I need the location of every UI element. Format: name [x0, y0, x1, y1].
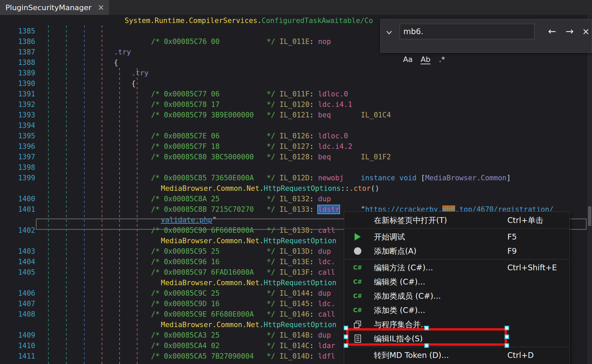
code-token: IL_01F2: [361, 153, 391, 161]
code-token: /* 0x00085C96 16 */: [151, 258, 279, 266]
code-line[interactable]: 1388{: [0, 58, 592, 68]
code-text: /* 0x00085C9D 16 */ IL_0145: ldc.: [151, 299, 335, 309]
regex-toggle[interactable]: .*: [439, 55, 445, 64]
search-options-chevron-icon[interactable]: [385, 29, 393, 36]
find-next-button[interactable]: →: [564, 25, 576, 38]
tab-close-icon[interactable]: ×: [93, 3, 109, 12]
menu-item-add-class-member[interactable]: C#添加类成员 (C#)...: [344, 289, 569, 303]
code-text: MediaBrowser.Common.Net.HttpRequestOptio…: [161, 236, 336, 246]
menu-icon-placeholder: [350, 350, 365, 361]
code-token: ConfiguredTaskAwaitable/Co: [262, 17, 373, 25]
code-line[interactable]: 1393/* 0x00085C79 3B9E000000 */ IL_0121:…: [0, 110, 592, 120]
code-token: IL_0144: [279, 289, 310, 297]
code-token: IL_014C: [279, 342, 310, 350]
line-number: 1392: [0, 99, 35, 110]
code-token: HttpRequestOptions: [263, 184, 341, 192]
tab-pluginsecuritymanager[interactable]: PluginSecurityManager ×: [0, 0, 109, 15]
code-token: System.Runtime.CompilerServices.: [125, 17, 262, 25]
menu-item-add-breakpoint[interactable]: 添加断点(A)F9: [344, 244, 569, 258]
line-number: 1398: [0, 162, 35, 173]
code-token: HttpRequestOption: [263, 321, 336, 329]
menu-item-open-in-new-tab[interactable]: 在新标签页中打开(T)Ctrl+单击: [344, 213, 569, 227]
search-input[interactable]: [400, 24, 534, 39]
tab-title: PluginSecurityManager: [0, 3, 91, 12]
menu-item-edit-class[interactable]: C#编辑类 (C#)...: [344, 275, 569, 289]
code-token: IL_0132: [279, 195, 310, 203]
code-token: (): [371, 184, 379, 192]
scrollbar-thumb[interactable]: [588, 206, 591, 226]
code-text: /* 0x00085C97 6FAD16000A */ IL_013F: cal…: [151, 267, 335, 278]
code-token: /* 0x00085C85 73650E000A */: [151, 174, 279, 182]
code-token: IL_0145: [279, 300, 310, 308]
code-token: ::: [341, 184, 349, 192]
code-line[interactable]: 1392/* 0x00085C78 17 */ IL_0120: ldc.i4.…: [0, 99, 592, 110]
code-text: System.Runtime.CompilerServices.Configur…: [125, 16, 373, 26]
code-token: :: [310, 111, 318, 119]
search-close-button[interactable]: ×: [580, 25, 592, 38]
code-line[interactable]: 1398: [0, 162, 592, 173]
code-line[interactable]: 1391/* 0x00085C77 06 */ IL_011F: ldloc.0: [0, 89, 592, 99]
menu-item-add-class[interactable]: C#添加类 (C#)...: [344, 303, 569, 317]
code-text: /* 0x00085CA3 25 */ IL_014B: dup: [151, 330, 331, 341]
menu-item-shortcut: F9: [507, 247, 517, 255]
code-line[interactable]: 1394: [0, 120, 592, 131]
code-line[interactable]: 1395/* 0x00085C7E 06 */ IL_0126: ldloc.0: [0, 131, 592, 141]
search-panel: ← → × Aa Ab .*: [380, 19, 592, 53]
app-window: PluginSecurityManager × System.Runtime.C…: [0, 0, 592, 364]
code-text: /* 0x00085C85 73650E000A */ IL_012D: new…: [151, 173, 511, 183]
code-line[interactable]: 1396/* 0x00085C7F 18 */ IL_0127: ldc.i4.…: [0, 141, 592, 152]
code-token: :: [310, 153, 318, 161]
find-previous-button[interactable]: ←: [546, 25, 558, 38]
whole-word-toggle[interactable]: Ab: [421, 55, 430, 64]
annotation-handle: [344, 343, 348, 348]
menu-item-start-debugging[interactable]: 开始调试F5: [344, 230, 569, 244]
code-token: IL_013E: [279, 258, 310, 266]
menu-item-edit-method[interactable]: C#编辑方法 (C#)...Ctrl+Shift+E: [344, 260, 569, 275]
code-text: MediaBrowser.Common.Net.HttpRequestOptio…: [161, 183, 379, 194]
annotation-handle: [505, 343, 509, 348]
code-token: :: [310, 300, 318, 308]
code-token: :: [310, 142, 318, 151]
line-number: 1408: [0, 309, 35, 320]
code-token: IL_0127: [279, 142, 310, 151]
code-token: IL_0120: [279, 100, 310, 109]
code-line[interactable]: 1390{: [0, 78, 592, 89]
code-line[interactable]: 1389.try: [0, 68, 592, 78]
line-number: 1404: [0, 257, 35, 267]
code-text: /* 0x00085CA5 7B27090004 */ IL_014D: ldf…: [151, 351, 335, 362]
code-token: IL_011E: [279, 38, 310, 46]
vertical-scrollbar[interactable]: [587, 15, 592, 364]
code-line[interactable]: 1397/* 0x00085C80 3BC5000000 */ IL_0128:…: [0, 152, 592, 162]
menu-icon-placeholder: [350, 215, 365, 226]
menu-separator: [345, 347, 569, 347]
code-token: :: [310, 174, 318, 182]
menu-item-go-to-md-token[interactable]: 转到MD Token (D)...Ctrl+D: [344, 348, 569, 362]
line-number: 1397: [0, 152, 35, 162]
code-token: beq: [318, 111, 361, 119]
code-token: :: [310, 352, 318, 360]
code-token: MediaBrowser.Common: [425, 174, 506, 182]
code-token: /* 0x00085C77 06 */: [151, 90, 279, 98]
menu-item-shortcut: Ctrl+单击: [507, 215, 543, 226]
code-line[interactable]: 1399/* 0x00085C85 73650E000A */ IL_012D:…: [0, 173, 592, 183]
match-case-toggle[interactable]: Aa: [403, 55, 413, 64]
line-number: 1411: [0, 351, 35, 362]
annotation-handle: [424, 343, 429, 348]
code-token: {: [131, 79, 136, 88]
code-token: :: [310, 100, 318, 109]
code-token: call: [318, 310, 335, 318]
breakpoint-icon: [350, 246, 365, 256]
code-token: /* 0x00085C80 3BC5000000 */: [151, 153, 279, 161]
code-token: :: [310, 205, 318, 213]
code-token: :: [310, 132, 318, 140]
code-line[interactable]: 1400/* 0x00085C8A 25 */ IL_0132: dup: [0, 194, 592, 204]
code-text: .try: [131, 68, 149, 78]
tab-bar: PluginSecurityManager ×: [0, 0, 592, 15]
code-line[interactable]: MediaBrowser.Common.Net.HttpRequestOptio…: [0, 183, 592, 194]
code-text: /* 0x00085C95 25 */ IL_013D: dup: [151, 246, 331, 257]
line-number: 1390: [0, 78, 35, 89]
code-token: :: [310, 258, 318, 266]
code-token: dup: [318, 289, 331, 297]
code-token: :: [310, 38, 318, 46]
code-token: /* 0x00085C7F 18 */: [151, 142, 279, 151]
